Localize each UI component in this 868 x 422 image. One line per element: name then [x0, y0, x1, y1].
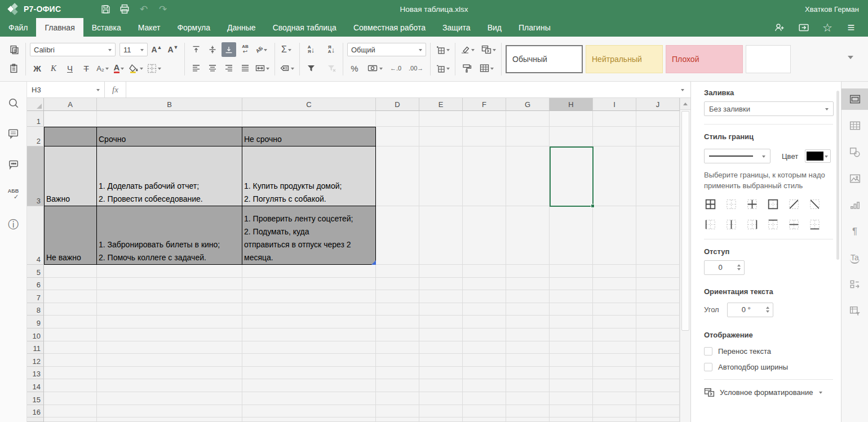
cell-F14[interactable]: [463, 379, 506, 392]
cell-D16[interactable]: [376, 405, 419, 418]
cell-I3[interactable]: [593, 146, 636, 206]
tab-view[interactable]: Вид: [479, 18, 510, 37]
cell-C2[interactable]: Не срочно: [242, 127, 376, 146]
stepper-up-icon[interactable]: [766, 305, 769, 309]
row-header-11[interactable]: 11: [27, 341, 44, 354]
cell-H8[interactable]: [550, 303, 593, 316]
row-header-15[interactable]: 15: [27, 392, 44, 405]
cell-A7[interactable]: [44, 290, 97, 303]
cell-C7[interactable]: [242, 290, 376, 303]
cell-H1[interactable]: [550, 111, 593, 127]
cell-J3[interactable]: [636, 146, 680, 206]
cell-J1[interactable]: [636, 111, 680, 127]
cell-E1[interactable]: [419, 111, 463, 127]
cell-I6[interactable]: [593, 278, 636, 291]
cell-reference-box[interactable]: H3: [27, 82, 105, 97]
cell-B7[interactable]: [97, 290, 242, 303]
cell-J16[interactable]: [636, 405, 680, 418]
border-bottom-button[interactable]: [808, 219, 821, 231]
angle-stepper[interactable]: 0 °: [727, 303, 773, 317]
border-line-style-select[interactable]: [704, 149, 770, 163]
fill-color-dropdown[interactable]: [128, 61, 144, 75]
formula-input[interactable]: [126, 82, 674, 97]
cell-B5[interactable]: [97, 265, 242, 278]
column-header-A[interactable]: A: [44, 98, 97, 111]
chat-button[interactable]: [6, 156, 21, 172]
font-color-dropdown[interactable]: A: [112, 61, 126, 75]
cell-E2[interactable]: [419, 127, 463, 146]
column-header-C[interactable]: C: [242, 98, 376, 111]
row-header-4[interactable]: 4: [27, 206, 44, 265]
cell-H14[interactable]: [550, 379, 593, 392]
cell-C4[interactable]: 1. Проверить ленту соцсетей;2. Подумать,…: [242, 206, 376, 265]
tab-insert[interactable]: Вставка: [83, 18, 130, 37]
cell-I5[interactable]: [593, 265, 636, 278]
column-header-B[interactable]: B: [97, 98, 242, 111]
cell-D8[interactable]: [376, 303, 419, 316]
cell-style-neutral[interactable]: Нейтральный: [586, 45, 663, 73]
increase-font-button[interactable]: A▲: [149, 42, 164, 57]
cell-E10[interactable]: [419, 328, 463, 341]
cell-B11[interactable]: [97, 341, 242, 354]
cell-G9[interactable]: [506, 316, 550, 328]
cell-E13[interactable]: [419, 367, 463, 380]
cell-style-normal[interactable]: Обычный: [506, 45, 583, 73]
cell-J10[interactable]: [636, 328, 680, 341]
row-header-7[interactable]: 7: [27, 290, 44, 303]
border-inside-vertical-button[interactable]: [725, 219, 737, 231]
tab-pivot[interactable]: Сводная таблица: [264, 18, 345, 37]
cell-I15[interactable]: [593, 392, 636, 405]
cell-J4[interactable]: [636, 206, 680, 265]
cell-G6[interactable]: [506, 278, 550, 291]
bold-button[interactable]: Ж: [30, 61, 45, 75]
cell-Dx[interactable]: [376, 417, 419, 422]
chart-settings-button[interactable]: [842, 194, 868, 216]
cell-E5[interactable]: [419, 265, 463, 278]
cell-A1[interactable]: [44, 111, 97, 127]
cell-A3[interactable]: Важно: [44, 146, 97, 206]
cell-A10[interactable]: [44, 328, 97, 341]
cell-I9[interactable]: [593, 316, 636, 328]
cell-F15[interactable]: [463, 392, 506, 405]
cell-Cx[interactable]: [242, 417, 376, 422]
cell-D9[interactable]: [376, 316, 419, 328]
percent-style-button[interactable]: %: [347, 61, 362, 75]
image-settings-button[interactable]: [842, 168, 868, 189]
merge-cells-dropdown[interactable]: [254, 61, 271, 75]
cell-H4[interactable]: [550, 206, 593, 265]
cell-Gx[interactable]: [506, 417, 550, 422]
cell-D1[interactable]: [376, 111, 419, 127]
cell-B13[interactable]: [97, 367, 242, 380]
cell-A16[interactable]: [44, 405, 97, 418]
cell-Ex[interactable]: [419, 417, 463, 422]
border-top-button[interactable]: [767, 219, 779, 231]
column-header-I[interactable]: I: [593, 98, 636, 111]
slicer-settings-button[interactable]: [842, 274, 868, 295]
cell-C16[interactable]: [242, 405, 376, 418]
cell-F12[interactable]: [463, 354, 506, 367]
row-header-6[interactable]: 6: [27, 278, 44, 291]
insert-function-button[interactable]: fx: [105, 82, 126, 97]
textart-settings-button[interactable]: Ta: [842, 247, 868, 269]
column-header-G[interactable]: G: [506, 98, 550, 111]
cell-G4[interactable]: [506, 206, 550, 265]
cell-J14[interactable]: [636, 379, 680, 392]
stepper-down-icon[interactable]: [766, 310, 769, 314]
borders-dropdown[interactable]: [146, 61, 162, 75]
cell-G5[interactable]: [506, 265, 550, 278]
cell-F3[interactable]: [463, 146, 506, 206]
expand-formula-bar-button[interactable]: [674, 82, 690, 97]
cell-A9[interactable]: [44, 316, 97, 328]
cell-G15[interactable]: [506, 392, 550, 405]
stepper-down-icon[interactable]: [737, 268, 741, 272]
cell-C13[interactable]: [242, 367, 376, 380]
border-inside-horizontal-button[interactable]: [787, 219, 800, 231]
cell-J6[interactable]: [636, 278, 680, 291]
cell-B16[interactable]: [97, 405, 242, 418]
row-header-9[interactable]: 9: [27, 316, 44, 328]
comments-button[interactable]: [6, 126, 21, 141]
align-center-button[interactable]: [205, 61, 220, 75]
cell-A14[interactable]: [44, 379, 97, 392]
align-right-button[interactable]: [222, 61, 236, 75]
cell-E7[interactable]: [419, 290, 463, 303]
